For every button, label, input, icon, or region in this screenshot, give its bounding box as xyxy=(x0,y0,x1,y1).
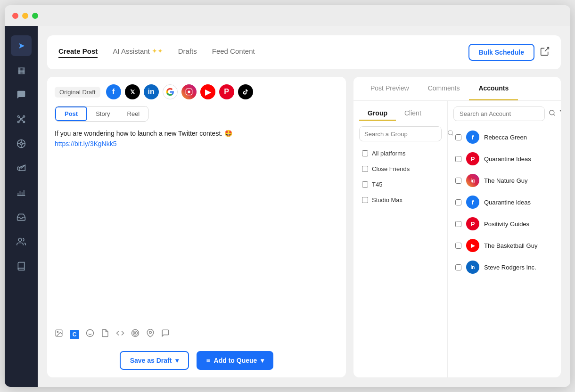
sidebar-item-send[interactable]: ➤ xyxy=(11,35,32,56)
app-window: ➤ ▦ xyxy=(5,5,570,387)
group-search-input[interactable] xyxy=(364,131,444,138)
titlebar xyxy=(5,5,570,26)
sidebar: ➤ ▦ xyxy=(5,26,38,387)
schedule-icon[interactable] xyxy=(161,329,170,340)
account-checkbox-3[interactable] xyxy=(455,178,461,184)
sidebar-item-help[interactable] xyxy=(11,133,32,154)
account-item[interactable]: P Quarantine Ideas xyxy=(453,148,555,169)
account-checkbox-6[interactable] xyxy=(455,243,461,249)
post-type-reel[interactable]: Reel xyxy=(119,106,148,121)
tiktok-icon[interactable] xyxy=(238,84,253,99)
code-icon[interactable] xyxy=(116,329,124,340)
svg-line-7 xyxy=(19,120,21,121)
account-checkbox-4[interactable] xyxy=(455,199,461,205)
account-item[interactable]: P Positivity Guides xyxy=(453,213,555,234)
minimize-button[interactable] xyxy=(22,13,28,19)
twitter-x-icon[interactable]: 𝕏 xyxy=(125,84,140,99)
avatar: ▶ xyxy=(466,239,479,252)
tab-client[interactable]: Client xyxy=(396,106,430,121)
svg-point-35 xyxy=(550,110,554,115)
svg-point-1 xyxy=(18,116,19,117)
sidebar-item-grid[interactable]: ▦ xyxy=(11,60,32,81)
location-icon[interactable] xyxy=(146,329,155,340)
t45-checkbox[interactable] xyxy=(362,181,368,188)
list-item[interactable]: Close Friends xyxy=(359,162,442,176)
post-header: Original Draft f 𝕏 in ▶ xyxy=(55,84,338,99)
tab-drafts[interactable]: Drafts xyxy=(178,47,197,58)
svg-marker-37 xyxy=(560,110,561,115)
close-friends-checkbox[interactable] xyxy=(362,166,368,172)
studio-max-checkbox[interactable] xyxy=(362,197,368,203)
account-checkbox-1[interactable] xyxy=(455,134,461,140)
account-name: Positivity Guides xyxy=(484,220,529,228)
image-icon[interactable] xyxy=(55,329,63,340)
all-platforms-label: All platforms xyxy=(372,150,406,157)
list-item[interactable]: T45 xyxy=(359,177,442,192)
account-item[interactable]: ▶ The Basketball Guy xyxy=(453,235,555,256)
account-checkbox-7[interactable] xyxy=(455,264,461,270)
close-button[interactable] xyxy=(12,13,18,19)
tab-accounts[interactable]: Accounts xyxy=(469,77,518,100)
bulk-schedule-button[interactable]: Bulk Schedule xyxy=(468,44,534,61)
top-card: Create Post AI Assistant ✦✦ Drafts Feed … xyxy=(47,35,561,69)
target-icon[interactable] xyxy=(131,329,140,340)
facebook-icon[interactable]: f xyxy=(106,84,121,99)
sidebar-item-chart[interactable] xyxy=(11,182,32,203)
post-link[interactable]: https://bit.ly/3KgNkk5 xyxy=(55,140,117,147)
account-name: The Nature Guy xyxy=(484,177,528,184)
post-type-story[interactable]: Story xyxy=(87,106,118,121)
sidebar-item-megaphone[interactable] xyxy=(11,158,32,179)
tab-ai-assistant[interactable]: AI Assistant ✦✦ xyxy=(113,47,163,58)
account-item[interactable]: in Steve Rodgers Inc. xyxy=(453,257,555,278)
pinterest-icon[interactable]: P xyxy=(219,84,234,99)
sidebar-item-network[interactable] xyxy=(11,109,32,130)
list-item[interactable]: Studio Max xyxy=(359,193,442,207)
svg-line-36 xyxy=(553,114,555,115)
file-icon[interactable] xyxy=(101,329,109,340)
instagram-icon[interactable] xyxy=(181,84,197,99)
account-name: Quarantine ideas xyxy=(484,199,531,206)
sidebar-item-chat[interactable] xyxy=(11,84,32,105)
accounts-search-input[interactable] xyxy=(453,106,545,121)
youtube-icon[interactable]: ▶ xyxy=(200,84,215,99)
tab-create-post[interactable]: Create Post xyxy=(58,47,98,58)
google-icon[interactable] xyxy=(163,84,178,99)
right-panel-tabs: Post Preview Comments Accounts xyxy=(353,77,561,101)
list-item[interactable]: All platforms xyxy=(359,146,442,161)
linkedin-icon[interactable]: in xyxy=(144,84,159,99)
account-item[interactable]: f Rebecca Green xyxy=(453,127,555,147)
avatar: f xyxy=(466,196,479,209)
maximize-button[interactable] xyxy=(32,13,38,19)
accounts-search-icon[interactable] xyxy=(549,109,556,118)
account-item[interactable]: ig The Nature Guy xyxy=(453,170,555,191)
group-list: All platforms Close Friends T45 xyxy=(359,146,442,207)
account-item[interactable]: f Quarantine ideas xyxy=(453,192,555,212)
all-platforms-checkbox[interactable] xyxy=(362,150,368,156)
share-icon[interactable] xyxy=(540,47,550,58)
accounts-filter-icon[interactable] xyxy=(559,109,561,118)
group-search[interactable] xyxy=(359,126,442,141)
account-checkbox-5[interactable] xyxy=(455,221,461,227)
c-icon[interactable]: C xyxy=(70,330,79,339)
sidebar-item-library[interactable] xyxy=(11,256,32,277)
sidebar-item-inbox[interactable] xyxy=(11,207,32,228)
sidebar-item-people[interactable] xyxy=(11,231,32,252)
post-type-post[interactable]: Post xyxy=(55,106,87,121)
account-checkbox-2[interactable] xyxy=(455,156,461,162)
tab-feed-content[interactable]: Feed Content xyxy=(212,47,255,58)
emoji-icon[interactable] xyxy=(86,329,94,340)
group-panel: Group Client xyxy=(353,101,448,377)
account-name: Rebecca Green xyxy=(484,134,527,141)
tab-post-preview[interactable]: Post Preview xyxy=(361,77,419,100)
main-tabs: Create Post AI Assistant ✦✦ Drafts Feed … xyxy=(58,47,255,58)
accounts-search-bar xyxy=(453,106,555,121)
social-platform-icons: f 𝕏 in ▶ P xyxy=(106,84,253,99)
accounts-panel: f Rebecca Green P Quarantine Ideas xyxy=(448,101,561,377)
top-right-actions: Bulk Schedule xyxy=(468,44,550,61)
svg-point-31 xyxy=(135,333,136,334)
account-name: Steve Rodgers Inc. xyxy=(484,264,536,271)
tab-group[interactable]: Group xyxy=(359,106,396,121)
add-to-queue-button[interactable]: ≡ Add to Queue ▾ xyxy=(197,351,273,370)
save-as-draft-button[interactable]: Save as Draft ▾ xyxy=(120,351,189,370)
tab-comments[interactable]: Comments xyxy=(419,77,469,100)
